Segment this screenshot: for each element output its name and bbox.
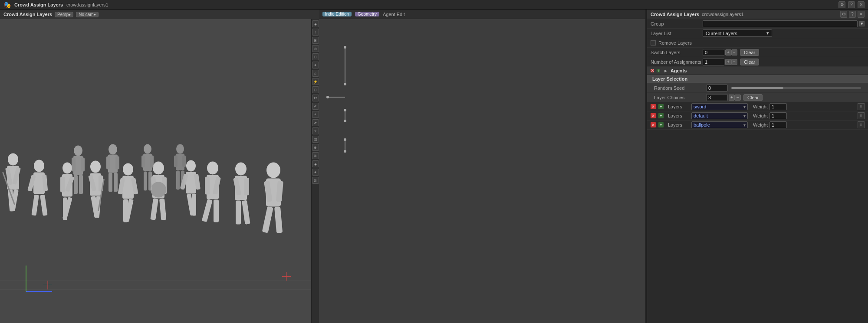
layer-2-delete[interactable]: ✕: [651, 113, 656, 118]
switch-layers-input[interactable]: [703, 49, 724, 56]
group-input[interactable]: [703, 20, 858, 27]
viewport-bg: [0, 19, 319, 323]
main-area: Crowd Assign Layers Persp▾ No cam▾: [0, 10, 868, 323]
svg-point-47: [186, 160, 196, 172]
layer-choices-plus[interactable]: +: [729, 95, 735, 101]
viewport-tool-5[interactable]: ⊟: [312, 53, 319, 60]
layer-3-drag[interactable]: ⠿: [858, 121, 865, 128]
svg-point-21: [62, 163, 72, 174]
layer-choices-input[interactable]: [706, 94, 728, 101]
viewport-tool-9[interactable]: ⊡: [312, 86, 319, 93]
layer-choices-minus[interactable]: −: [735, 95, 741, 101]
svg-rect-79: [106, 157, 110, 170]
prop-help-icon[interactable]: ?: [849, 11, 856, 18]
layer-2-add[interactable]: +: [658, 113, 664, 118]
properties-icons: ⚙ ? ✕: [840, 11, 865, 18]
viewport-tool-7[interactable]: ⌂: [312, 70, 319, 77]
remove-layers-checkbox[interactable]: [651, 40, 656, 46]
viewport-tool-2[interactable]: ↕: [312, 29, 319, 36]
layer-3-name: ballpole: [694, 122, 710, 127]
layer-1-drag[interactable]: ⠿: [858, 103, 865, 110]
num-assignments-label: Number of Assignments: [651, 59, 703, 65]
persp-button[interactable]: Persp▾: [55, 12, 73, 17]
num-assignments-input[interactable]: [703, 59, 724, 65]
svg-rect-57: [202, 199, 213, 222]
svg-rect-62: [244, 178, 249, 196]
group-dropdown-btn[interactable]: ▾: [859, 21, 865, 26]
node-graph-header: Indie Edition Geometry Agent Edit: [319, 10, 645, 19]
svg-point-83: [144, 144, 151, 154]
layer-choices-row: Layer Choices + − Clear: [647, 93, 868, 102]
viewport-tool-4[interactable]: ◎: [312, 45, 319, 52]
viewport-tool-18[interactable]: ◈: [312, 160, 319, 167]
viewport-tool-1[interactable]: ◈: [312, 20, 319, 27]
viewport-tool-10[interactable]: 12: [312, 95, 319, 101]
layer-list-value: Current Layers: [706, 31, 737, 36]
svg-rect-92: [182, 156, 186, 167]
viewport-tool-13[interactable]: ⟳: [312, 119, 319, 126]
viewport-header: Crowd Assign Layers Persp▾ No cam▾: [0, 10, 319, 19]
layer-choices-clear[interactable]: Clear: [743, 94, 763, 101]
svg-point-59: [235, 163, 247, 176]
svg-rect-23: [60, 177, 65, 192]
num-assignments-clear[interactable]: Clear: [740, 59, 759, 65]
svg-point-99: [326, 96, 329, 98]
viewport-tool-3[interactable]: ⊞: [312, 37, 319, 44]
viewport-tool-15[interactable]: ◫: [312, 136, 319, 143]
layer-2-drag[interactable]: ⠿: [858, 112, 865, 119]
viewport-tool-20[interactable]: ⊡: [312, 177, 319, 184]
svg-rect-76: [79, 175, 83, 194]
layer-1-add[interactable]: +: [658, 104, 664, 109]
settings-icon[interactable]: ⚙: [838, 1, 845, 8]
layer-1-dropdown[interactable]: sword ▾: [691, 103, 748, 110]
svg-rect-52: [192, 194, 196, 216]
help-icon[interactable]: ?: [848, 1, 855, 8]
random-seed-input[interactable]: [706, 85, 728, 91]
svg-rect-82: [114, 173, 118, 192]
svg-rect-69: [262, 206, 273, 233]
switch-layers-minus[interactable]: −: [731, 49, 737, 55]
switch-layers-plus[interactable]: +: [725, 49, 731, 55]
svg-point-101: [344, 83, 346, 85]
viewport-tool-17[interactable]: ⊞: [312, 152, 319, 159]
viewport-tool-16[interactable]: ⊕: [312, 144, 319, 151]
layer-2-weight-input[interactable]: [769, 112, 787, 119]
layer-1-delete[interactable]: ✕: [651, 104, 656, 109]
num-assignments-plus[interactable]: +: [725, 59, 731, 65]
svg-point-89: [176, 144, 184, 154]
layer-3-delete[interactable]: ✕: [651, 122, 656, 127]
prop-close-icon[interactable]: ✕: [858, 11, 865, 18]
switch-layers-clear[interactable]: Clear: [740, 49, 759, 56]
viewport-tool-12[interactable]: ⌖: [312, 111, 319, 118]
layer-list-dropdown[interactable]: Current Layers ▾: [703, 29, 772, 37]
layer-1-weight-input[interactable]: [769, 103, 787, 110]
layer-3-weight-input[interactable]: [769, 121, 787, 128]
viewport-tool-11[interactable]: ✐: [312, 103, 319, 110]
prop-settings-icon[interactable]: ⚙: [840, 11, 847, 18]
properties-title: Crowd Assign Layers: [651, 12, 699, 17]
num-assignments-minus[interactable]: −: [731, 59, 737, 65]
viewport-tool-6[interactable]: ✦: [312, 62, 319, 69]
layer-3-dropdown[interactable]: ballpole ▾: [691, 121, 748, 128]
random-seed-row: Random Seed: [647, 83, 868, 93]
svg-point-15: [34, 160, 44, 172]
ng-badge-indie: Indie Edition: [322, 12, 352, 16]
svg-rect-45: [159, 199, 166, 220]
properties-panel: Crowd Assign Layers crowdassignlayers1 ⚙…: [647, 10, 868, 323]
random-seed-label: Random Seed: [654, 85, 706, 91]
svg-rect-64: [242, 200, 250, 225]
svg-rect-86: [150, 156, 154, 168]
close-icon[interactable]: ✕: [858, 1, 865, 8]
top-bar-node-name: crowdassignlayers1: [66, 2, 108, 7]
agents-add-icon[interactable]: +: [657, 69, 660, 72]
svg-point-71: [74, 146, 82, 156]
agents-remove-icon[interactable]: ✕: [651, 69, 654, 72]
viewport-tool-8[interactable]: ⚡: [312, 78, 319, 85]
layer-3-add[interactable]: +: [658, 122, 664, 127]
layer-1-weight-label: Weight: [753, 104, 768, 109]
cam-button[interactable]: No cam▾: [76, 12, 98, 17]
viewport-tool-19[interactable]: ✦: [312, 169, 319, 176]
layer-2-dropdown[interactable]: default ▾: [691, 112, 748, 119]
viewport-tool-14[interactable]: ⟡: [312, 127, 319, 134]
layer-list-arrow: ▾: [766, 30, 769, 36]
